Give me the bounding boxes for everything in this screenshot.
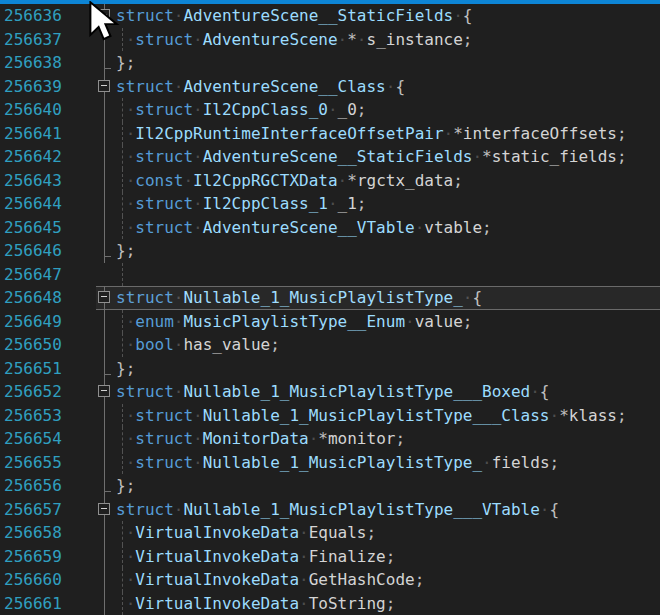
code-line[interactable]: 256659 ·VirtualInvokeData·Finalize; xyxy=(0,545,660,569)
fold-margin[interactable] xyxy=(96,169,116,193)
code-line[interactable]: 256644 ·struct·Il2CppClass_1·_1; xyxy=(0,192,660,216)
line-number[interactable]: 256641 xyxy=(0,122,96,146)
fold-margin[interactable] xyxy=(96,521,116,545)
code-editor[interactable]: 256636struct·AdventureScene__StaticField… xyxy=(0,0,660,615)
line-number[interactable]: 256646 xyxy=(0,239,96,263)
line-number[interactable]: 256644 xyxy=(0,192,96,216)
line-number[interactable]: 256649 xyxy=(0,310,96,334)
code-text[interactable] xyxy=(116,263,660,287)
line-number[interactable]: 256652 xyxy=(0,380,96,404)
code-text[interactable]: struct·AdventureScene__StaticFields·{ xyxy=(116,4,660,28)
line-number[interactable]: 256653 xyxy=(0,404,96,428)
fold-margin[interactable] xyxy=(96,28,116,52)
code-line[interactable]: 256650 ·bool·has_value; xyxy=(0,333,660,357)
code-line[interactable]: 256647 xyxy=(0,263,660,287)
code-line[interactable]: 256641 ·Il2CppRuntimeInterfaceOffsetPair… xyxy=(0,122,660,146)
line-number[interactable]: 256636 xyxy=(0,4,96,28)
fold-margin[interactable] xyxy=(96,357,116,381)
code-text[interactable]: ·struct·AdventureScene__VTable·vtable; xyxy=(116,216,660,240)
line-number[interactable]: 256660 xyxy=(0,568,96,592)
line-number[interactable]: 256645 xyxy=(0,216,96,240)
code-text[interactable]: ·struct·AdventureScene__StaticFields·*st… xyxy=(116,145,660,169)
line-number[interactable]: 256640 xyxy=(0,98,96,122)
code-line[interactable]: 256639struct·AdventureScene__Class·{ xyxy=(0,75,660,99)
line-number[interactable]: 256642 xyxy=(0,145,96,169)
code-line[interactable]: 256638}; xyxy=(0,51,660,75)
fold-collapse-icon[interactable] xyxy=(98,503,110,515)
code-line[interactable]: 256656}; xyxy=(0,474,660,498)
fold-margin[interactable] xyxy=(96,427,116,451)
code-line[interactable]: 256657struct·Nullable_1_MusicPlaylistTyp… xyxy=(0,498,660,522)
line-number[interactable]: 256654 xyxy=(0,427,96,451)
fold-margin[interactable] xyxy=(96,239,116,263)
code-text[interactable]: ·struct·Il2CppClass_0·_0; xyxy=(116,98,660,122)
code-line[interactable]: 256643 ·const·Il2CppRGCTXData·*rgctx_dat… xyxy=(0,169,660,193)
fold-margin[interactable] xyxy=(96,333,116,357)
code-line[interactable]: 256645 ·struct·AdventureScene__VTable·vt… xyxy=(0,216,660,240)
fold-margin[interactable] xyxy=(96,51,116,75)
code-line[interactable]: 256654 ·struct·MonitorData·*monitor; xyxy=(0,427,660,451)
code-line[interactable]: 256658 ·VirtualInvokeData·Equals; xyxy=(0,521,660,545)
line-number[interactable]: 256639 xyxy=(0,75,96,99)
code-text[interactable]: ·struct·MonitorData·*monitor; xyxy=(116,427,660,451)
code-text[interactable]: ·enum·MusicPlaylistType__Enum·value; xyxy=(116,310,660,334)
line-number[interactable]: 256637 xyxy=(0,28,96,52)
fold-collapse-icon[interactable] xyxy=(98,385,110,397)
code-text[interactable]: }; xyxy=(116,239,660,263)
fold-margin[interactable] xyxy=(96,498,116,522)
code-line[interactable]: 256636struct·AdventureScene__StaticField… xyxy=(0,4,660,28)
fold-margin[interactable] xyxy=(96,216,116,240)
code-text[interactable]: ·struct·Nullable_1_MusicPlaylistType_·fi… xyxy=(116,451,660,475)
fold-margin[interactable] xyxy=(96,545,116,569)
fold-margin[interactable] xyxy=(96,451,116,475)
code-line[interactable]: 256648struct·Nullable_1_MusicPlaylistTyp… xyxy=(0,286,660,310)
line-number[interactable]: 256658 xyxy=(0,521,96,545)
code-line[interactable]: 256646}; xyxy=(0,239,660,263)
line-number[interactable]: 256647 xyxy=(0,263,96,287)
fold-margin[interactable] xyxy=(96,145,116,169)
code-text[interactable]: ·bool·has_value; xyxy=(116,333,660,357)
code-line[interactable]: 256653 ·struct·Nullable_1_MusicPlaylistT… xyxy=(0,404,660,428)
code-text[interactable]: ·VirtualInvokeData·Equals; xyxy=(116,521,660,545)
fold-margin[interactable] xyxy=(96,474,116,498)
code-line[interactable]: 256651}; xyxy=(0,357,660,381)
fold-margin[interactable] xyxy=(96,4,116,28)
code-line[interactable]: 256660 ·VirtualInvokeData·GetHashCode; xyxy=(0,568,660,592)
code-text[interactable]: ·Il2CppRuntimeInterfaceOffsetPair·*inter… xyxy=(116,122,660,146)
line-number[interactable]: 256659 xyxy=(0,545,96,569)
fold-margin[interactable] xyxy=(96,592,116,615)
code-text[interactable]: ·const·Il2CppRGCTXData·*rgctx_data; xyxy=(116,169,660,193)
line-number[interactable]: 256648 xyxy=(0,286,96,310)
line-number[interactable]: 256643 xyxy=(0,169,96,193)
fold-collapse-icon[interactable] xyxy=(98,9,110,21)
code-line[interactable]: 256642 ·struct·AdventureScene__StaticFie… xyxy=(0,145,660,169)
line-number[interactable]: 256650 xyxy=(0,333,96,357)
code-line[interactable]: 256661 ·VirtualInvokeData·ToString; xyxy=(0,592,660,615)
line-number[interactable]: 256656 xyxy=(0,474,96,498)
fold-margin[interactable] xyxy=(96,568,116,592)
fold-margin[interactable] xyxy=(96,122,116,146)
code-line[interactable]: 256640 ·struct·Il2CppClass_0·_0; xyxy=(0,98,660,122)
line-number[interactable]: 256638 xyxy=(0,51,96,75)
fold-collapse-icon[interactable] xyxy=(98,80,110,92)
fold-margin[interactable] xyxy=(96,263,116,287)
code-text[interactable]: ·VirtualInvokeData·ToString; xyxy=(116,592,660,615)
code-line[interactable]: 256652struct·Nullable_1_MusicPlaylistTyp… xyxy=(0,380,660,404)
code-text[interactable]: ·struct·Nullable_1_MusicPlaylistType___C… xyxy=(116,404,660,428)
fold-collapse-icon[interactable] xyxy=(98,291,110,303)
code-line[interactable]: 256655 ·struct·Nullable_1_MusicPlaylistT… xyxy=(0,451,660,475)
code-text[interactable]: ·struct·Il2CppClass_1·_1; xyxy=(116,192,660,216)
code-lines-area[interactable]: 256636struct·AdventureScene__StaticField… xyxy=(0,4,660,615)
code-line[interactable]: 256637 ·struct·AdventureScene·*·s_instan… xyxy=(0,28,660,52)
fold-margin[interactable] xyxy=(96,310,116,334)
line-number[interactable]: 256651 xyxy=(0,357,96,381)
fold-margin[interactable] xyxy=(96,404,116,428)
fold-margin[interactable] xyxy=(96,192,116,216)
line-number[interactable]: 256661 xyxy=(0,592,96,615)
code-text[interactable]: ·struct·AdventureScene·*·s_instance; xyxy=(116,28,660,52)
fold-margin[interactable] xyxy=(96,75,116,99)
fold-margin[interactable] xyxy=(96,98,116,122)
code-text[interactable]: }; xyxy=(116,51,660,75)
code-text[interactable]: ·VirtualInvokeData·Finalize; xyxy=(116,545,660,569)
line-number[interactable]: 256657 xyxy=(0,498,96,522)
